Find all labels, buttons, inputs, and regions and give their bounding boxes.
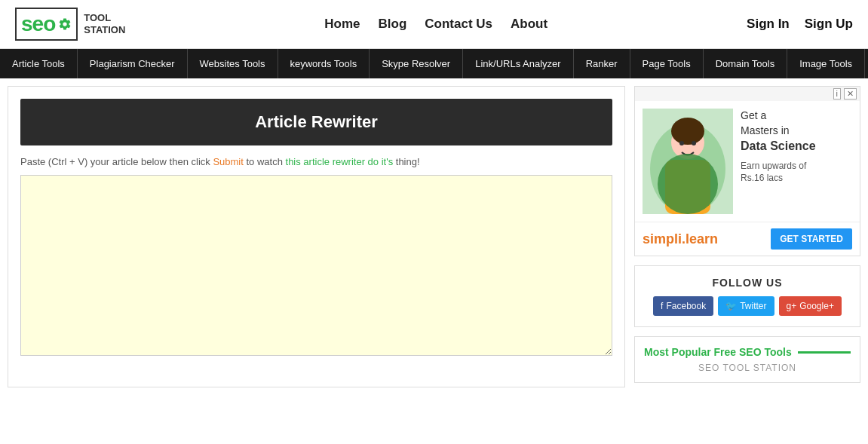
nav-blog[interactable]: Blog xyxy=(379,17,407,32)
ad-close-btn[interactable]: ✕ xyxy=(844,88,857,100)
ad-bottom: simpli.learn GET STARTED xyxy=(635,222,860,256)
popular-subtitle: SEO TOOL STATION xyxy=(644,363,851,373)
toolbar-plagiarism-checker[interactable]: Plagiarism Checker xyxy=(78,49,188,78)
popular-title-text: Most Popular Free SEO Tools xyxy=(644,346,792,358)
ad-text-col: Get a Masters in Data Science Earn upwar… xyxy=(741,109,816,185)
svg-point-3 xyxy=(671,118,704,145)
person-svg xyxy=(643,109,733,214)
get-started-button[interactable]: GET STARTED xyxy=(771,228,852,250)
logo-box: seo xyxy=(15,8,78,41)
signup-link[interactable]: Sign Up xyxy=(805,17,853,32)
logo-seo-text: seo xyxy=(21,12,55,36)
toolbar-domain-tools[interactable]: Domain Tools xyxy=(704,49,788,78)
auth-links: Sign In Sign Up xyxy=(747,17,853,32)
ad-person-image xyxy=(643,109,733,214)
ad-banner: i ✕ xyxy=(634,86,860,256)
article-textarea[interactable] xyxy=(20,175,612,356)
ad-earn-text: Earn upwards of xyxy=(741,161,806,171)
ad-earn-amount: Rs.16 lacs xyxy=(741,173,783,183)
main-container: Article Rewriter Paste (Ctrl + V) your a… xyxy=(0,78,868,395)
toolbar-ranker[interactable]: Ranker xyxy=(574,49,630,78)
google-plus-label: Google+ xyxy=(799,301,834,311)
twitter-icon: 🐦 xyxy=(725,301,737,311)
toolbar-websites-tools[interactable]: Websites Tools xyxy=(188,49,278,78)
google-plus-icon: g+ xyxy=(787,301,797,311)
follow-title: FOLLOW US xyxy=(646,277,849,289)
facebook-button[interactable]: f Facebook xyxy=(653,296,713,316)
social-buttons: f Facebook 🐦 Twitter g+ Google+ xyxy=(646,296,849,316)
popular-box: Most Popular Free SEO Tools SEO TOOL STA… xyxy=(634,336,860,383)
content-area: Article Rewriter Paste (Ctrl + V) your a… xyxy=(8,86,625,387)
signin-link[interactable]: Sign In xyxy=(747,17,790,32)
ad-image xyxy=(643,109,733,214)
twitter-label: Twitter xyxy=(740,301,766,311)
svg-point-6 xyxy=(692,141,696,145)
sidebar: i ✕ xyxy=(634,86,860,387)
article-title-bar: Article Rewriter xyxy=(20,99,612,145)
svg-point-5 xyxy=(679,141,684,145)
facebook-label: Facebook xyxy=(666,301,706,311)
ad-data-science: Data Science xyxy=(741,138,816,155)
instructions-text: Paste (Ctrl + V) your article below then… xyxy=(20,156,612,167)
twitter-button[interactable]: 🐦 Twitter xyxy=(718,296,774,316)
its-link-text: it's xyxy=(379,156,393,167)
nav-about[interactable]: About xyxy=(511,17,547,32)
header: seo TOOLSTATION Home Blog Contact Us Abo… xyxy=(0,0,868,49)
watch-link-text: this article rewriter do xyxy=(286,156,379,167)
toolbar-page-tools[interactable]: Page Tools xyxy=(630,49,704,78)
follow-box: FOLLOW US f Facebook 🐦 Twitter g+ Google… xyxy=(634,265,860,327)
toolbar-image-tools[interactable]: Image Tools xyxy=(787,49,865,78)
toolbar-nav: Article Tools Plagiarism Checker Website… xyxy=(0,49,868,78)
popular-title-bar xyxy=(798,351,851,354)
svg-point-7 xyxy=(658,154,718,214)
simplilearn-logo: simpli.learn xyxy=(643,231,718,247)
facebook-icon: f xyxy=(661,301,663,311)
nav-contact[interactable]: Contact Us xyxy=(425,17,492,32)
nav-home[interactable]: Home xyxy=(324,17,360,32)
google-plus-button[interactable]: g+ Google+ xyxy=(779,296,842,316)
toolbar-keywords-tools[interactable]: keywords Tools xyxy=(278,49,370,78)
toolbar-skype-resolver[interactable]: Skype Resolver xyxy=(370,49,463,78)
toolbar-article-tools[interactable]: Article Tools xyxy=(0,49,78,78)
main-nav: Home Blog Contact Us About xyxy=(324,17,547,32)
gear-icon xyxy=(58,17,72,31)
logo-text: TOOLSTATION xyxy=(84,12,125,35)
ad-content: Get a Masters in Data Science Earn upwar… xyxy=(635,101,860,222)
popular-title: Most Popular Free SEO Tools xyxy=(644,346,851,358)
ad-earn: Earn upwards of Rs.16 lacs xyxy=(741,160,816,185)
logo-area: seo TOOLSTATION xyxy=(15,8,125,41)
ad-close-bar: i ✕ xyxy=(635,87,860,101)
ad-masters: Masters in xyxy=(741,124,816,139)
ad-info-btn[interactable]: i xyxy=(833,88,841,100)
toolbar-link-urls-analyzer[interactable]: Link/URLs Analyzer xyxy=(463,49,573,78)
submit-link-text: Submit xyxy=(213,156,243,167)
ad-get-a: Get a xyxy=(741,109,816,124)
